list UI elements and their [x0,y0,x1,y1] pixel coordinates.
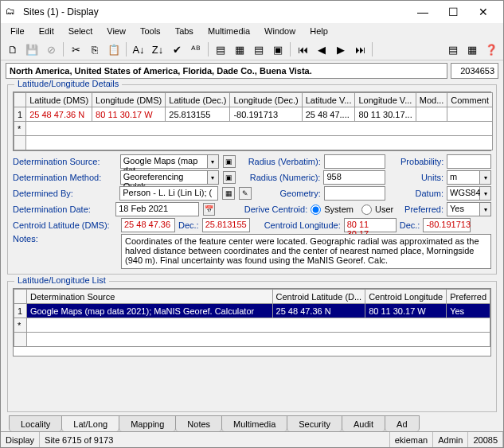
cell-lat-dec[interactable]: 25.813155 [166,107,230,122]
maximize-button[interactable]: ☐ [438,2,468,22]
dropdown-icon[interactable]: ▾ [480,202,491,216]
dropdown-icon[interactable]: ▾ [208,170,219,185]
tab-more[interactable]: Ad [385,415,419,431]
close-button[interactable]: ✕ [468,2,498,22]
cell-lon-dms[interactable]: 80 11 30.17 W [92,107,166,122]
doc2-icon[interactable]: ▦ [231,41,248,58]
copy-icon[interactable]: ⎘ [86,41,104,58]
det-date-input[interactable]: 18 Feb 2021 [115,202,199,216]
new-row[interactable]: * [14,122,493,136]
spell-icon[interactable]: ᴬᴮ [187,41,205,58]
sort-desc-icon[interactable]: Z↓ [149,41,166,58]
doc4-icon[interactable]: ▣ [269,41,287,58]
menu-view[interactable]: View [100,25,132,37]
doc3-icon[interactable]: ▤ [250,41,268,58]
lcol-source[interactable]: Determination Source [26,290,272,304]
details-grid[interactable]: Latitude (DMS) Longitude (DMS) Latitude … [14,92,493,150]
det-by-btn1[interactable]: ▦ [222,187,235,200]
derive-user-radio[interactable] [361,205,372,215]
lcol-pref[interactable]: Preferred [447,290,490,304]
lcol-blank[interactable] [14,290,27,304]
new-icon[interactable]: 🗋 [4,41,21,58]
centroid-lon-input[interactable]: 80 11 30.17 [344,218,397,232]
list-new-row[interactable]: * [14,318,490,333]
det-method-btn[interactable]: ▣ [223,171,236,184]
col-comment[interactable]: Comment [447,93,493,107]
tab-security[interactable]: Security [287,415,342,431]
cell-lon-v[interactable]: 80 11 30.17... [355,107,416,122]
centroid-lon-dec-input[interactable]: -80.191713 [423,218,471,232]
det-by-btn2[interactable]: ✎ [239,187,252,200]
lcol-lat[interactable]: Centroid Latitude (D... [272,290,365,304]
cancel-icon[interactable]: ⊘ [42,41,60,58]
menu-multimedia[interactable]: Multimedia [201,25,256,37]
preferred-input[interactable]: Yes [447,202,480,216]
tab-latlong[interactable]: Lat/Long [61,415,119,431]
radius-numeric-input[interactable]: 958 [323,170,385,185]
first-icon[interactable]: ⏮ [294,41,311,58]
list-grid[interactable]: Determination Source Centroid Latitude (… [14,289,490,347]
dropdown-icon[interactable]: ▾ [480,170,491,185]
menu-edit[interactable]: Edit [33,25,61,37]
save-icon[interactable]: 💾 [23,41,41,58]
menu-file[interactable]: File [4,25,31,37]
probability-input[interactable] [447,154,491,169]
det-method-input[interactable]: Georeferencing Quick [120,170,208,185]
next-icon[interactable]: ▶ [332,41,350,58]
col-lat-dec[interactable]: Latitude (Dec.) [166,93,230,107]
menu-window[interactable]: Window [258,25,302,37]
location-field[interactable]: North America, United States of America,… [6,63,447,79]
geometry-input[interactable] [324,186,385,201]
lcell-lat[interactable]: 25 48 47.36 N [272,304,365,318]
last-icon[interactable]: ⏭ [351,41,369,58]
menu-select[interactable]: Select [62,25,100,37]
lcol-lon[interactable]: Centroid Longitude [365,290,447,304]
cell-lat-v[interactable]: 25 48 47.... [302,107,355,122]
centroid-lat-dec-input[interactable]: 25.813155 [202,218,250,232]
check-icon[interactable]: ✔ [168,41,186,58]
cut-icon[interactable]: ✂ [67,41,84,58]
cell-mod[interactable] [416,107,447,122]
menu-tools[interactable]: Tools [134,25,167,37]
centroid-lat-input[interactable]: 25 48 47.36 [121,218,175,232]
col-lon-dms[interactable]: Longitude (DMS) [92,93,166,107]
notes-textarea[interactable]: Coordinates of the feature center were l… [121,234,491,269]
datum-input[interactable]: WGS84 [447,186,480,201]
paste-icon[interactable]: 📋 [105,41,123,58]
calendar-icon[interactable]: 📅 [203,203,215,216]
site-id-field[interactable]: 2034653 [451,63,498,79]
det-source-btn[interactable]: ▣ [223,155,236,168]
sort-asc-icon[interactable]: A↓ [130,41,147,58]
cell-lon-dec[interactable]: -80.191713 [230,107,302,122]
menu-help[interactable]: Help [303,25,334,37]
tab-audit[interactable]: Audit [342,415,385,431]
report1-icon[interactable]: ▤ [444,41,462,58]
lcell-lon[interactable]: 80 11 30.17 W [365,304,447,318]
units-input[interactable]: m [447,170,480,185]
tab-locality[interactable]: Locality [9,415,62,431]
minimize-button[interactable]: — [408,2,438,22]
tab-mapping[interactable]: Mapping [119,415,176,431]
lcell-pref[interactable]: Yes [447,304,490,318]
det-source-input[interactable]: Google Maps (map dat [120,154,208,169]
dropdown-icon[interactable]: ▾ [208,154,219,169]
radius-verbatim-input[interactable] [324,154,385,169]
cell-comment[interactable] [447,107,493,122]
derive-system-radio[interactable] [311,205,321,215]
col-lon-dec[interactable]: Longitude (Dec.) [230,93,302,107]
col-mod[interactable]: Mod... [416,93,447,107]
doc1-icon[interactable]: ▤ [212,41,229,58]
menu-tabs[interactable]: Tabs [169,25,200,37]
det-by-input[interactable]: Person - L. Li (Lin Li); ( [119,186,218,201]
col-lat-v[interactable]: Latitude V... [302,93,355,107]
list-row-selected[interactable]: 1 Google Maps (map data 2021); MaNIS Geo… [14,304,490,318]
prev-icon[interactable]: ◀ [313,41,330,58]
report2-icon[interactable]: ▦ [463,41,481,58]
lcell-source[interactable]: Google Maps (map data 2021); MaNIS Geore… [26,304,272,318]
cell-lat-dms[interactable]: 25 48 47.36 N [26,107,92,122]
tab-multimedia[interactable]: Multimedia [221,415,287,431]
col-lat-dms[interactable]: Latitude (DMS) [26,93,92,107]
table-row[interactable]: 1 25 48 47.36 N 80 11 30.17 W 25.813155 … [14,107,493,122]
col-lon-v[interactable]: Longitude V... [355,93,416,107]
tab-notes[interactable]: Notes [175,415,222,431]
